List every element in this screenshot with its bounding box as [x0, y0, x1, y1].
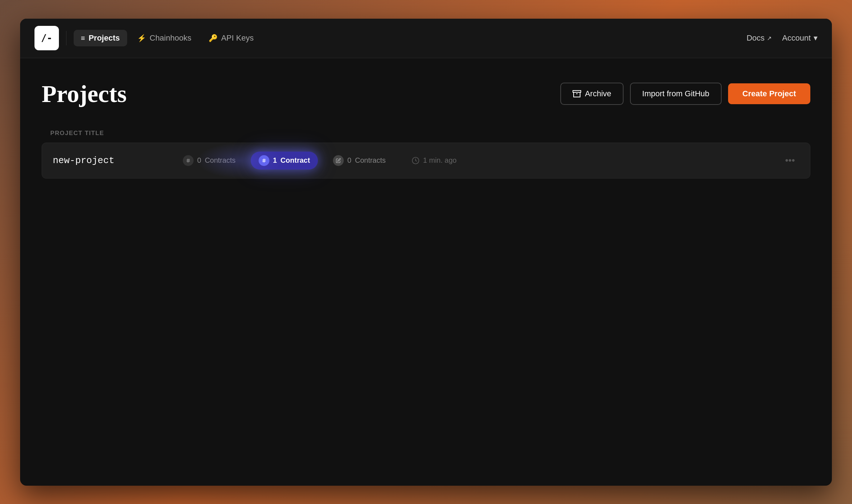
- projects-icon: ≡: [81, 34, 85, 42]
- account-label: Account: [782, 33, 811, 43]
- import-button[interactable]: Import from GitHub: [630, 83, 722, 105]
- main-content: Projects Archive Import from GitHub Crea…: [20, 58, 832, 486]
- api-keys-icon: 🔑: [209, 34, 218, 42]
- table-row[interactable]: new-project 0 Contr: [42, 143, 810, 179]
- account-button[interactable]: Account ▾: [782, 33, 818, 43]
- deployed-count: 0: [197, 156, 201, 165]
- nav-divider: [66, 31, 66, 45]
- time-info: 1 min. ago: [412, 156, 457, 165]
- clock-icon: [412, 157, 420, 165]
- deployed-label: Contracts: [205, 156, 236, 165]
- create-project-label: Create Project: [742, 89, 796, 98]
- edit-label: Contracts: [355, 156, 386, 165]
- import-label: Import from GitHub: [642, 89, 709, 98]
- app-window: /- ≡ Projects ⚡ Chainhooks 🔑 API Keys Do…: [20, 19, 832, 486]
- badge-edit-contracts: 0 Contracts: [325, 152, 394, 170]
- nav-item-chainhooks[interactable]: ⚡ Chainhooks: [130, 30, 199, 46]
- nav-item-projects[interactable]: ≡ Projects: [74, 30, 127, 46]
- active-count: 1: [273, 156, 277, 165]
- chevron-down-icon: ▾: [814, 33, 818, 43]
- archive-icon: [573, 89, 581, 98]
- more-options-button[interactable]: •••: [781, 152, 799, 169]
- nav-item-chainhooks-label: Chainhooks: [150, 33, 191, 43]
- external-link-icon: ↗: [767, 35, 772, 42]
- project-name: new-project: [53, 155, 175, 166]
- hash-icon-deployed: [183, 155, 194, 166]
- navbar: /- ≡ Projects ⚡ Chainhooks 🔑 API Keys Do…: [20, 19, 832, 58]
- nav-item-api-keys-label: API Keys: [221, 33, 254, 43]
- header-actions: Archive Import from GitHub Create Projec…: [560, 83, 810, 105]
- pencil-icon: [333, 155, 344, 166]
- create-project-button[interactable]: Create Project: [728, 83, 810, 104]
- svg-line-2: [187, 158, 188, 162]
- svg-line-6: [263, 158, 263, 162]
- nav-items: ≡ Projects ⚡ Chainhooks 🔑 API Keys: [74, 30, 746, 46]
- docs-link[interactable]: Docs ↗: [746, 33, 771, 43]
- active-label: Contract: [281, 156, 310, 165]
- nav-item-projects-label: Projects: [89, 33, 120, 43]
- svg-line-7: [264, 158, 265, 162]
- time-ago: 1 min. ago: [423, 156, 457, 165]
- page-title: Projects: [42, 80, 127, 108]
- nav-item-api-keys[interactable]: 🔑 API Keys: [202, 30, 261, 46]
- page-header: Projects Archive Import from GitHub Crea…: [42, 80, 810, 108]
- chainhooks-icon: ⚡: [137, 34, 146, 42]
- nav-right: Docs ↗ Account ▾: [746, 33, 818, 43]
- hash-icon-active: [259, 155, 269, 166]
- docs-label: Docs: [746, 33, 764, 43]
- table-column-header: PROJECT TITLE: [42, 126, 810, 143]
- badge-deployed-contracts: 0 Contracts: [175, 152, 244, 170]
- edit-count: 0: [347, 156, 351, 165]
- svg-line-3: [189, 158, 189, 162]
- projects-table: PROJECT TITLE new-project: [42, 126, 810, 179]
- archive-label: Archive: [585, 89, 611, 98]
- app-logo[interactable]: /-: [34, 26, 59, 50]
- badge-active-contracts: 1 Contract: [251, 152, 318, 170]
- archive-button[interactable]: Archive: [560, 83, 623, 105]
- contract-badges: 0 Contracts 1: [175, 152, 781, 170]
